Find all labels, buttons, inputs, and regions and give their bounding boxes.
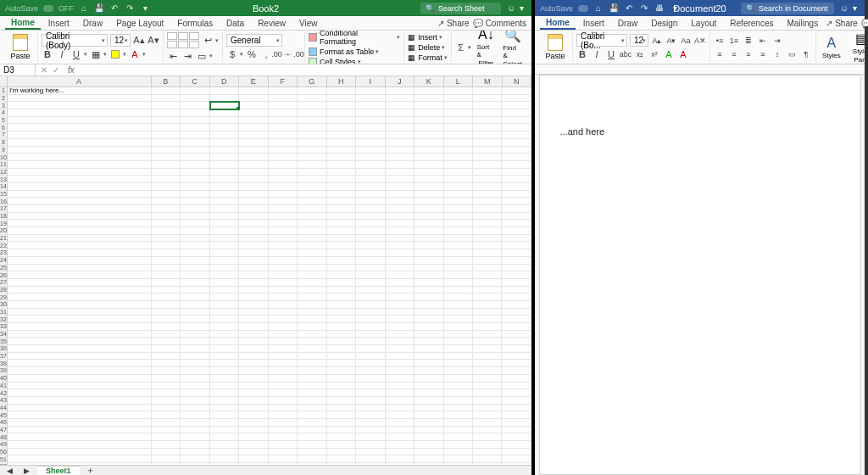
cell-M16[interactable] (473, 198, 502, 205)
tab-draw[interactable]: Draw (77, 17, 108, 29)
cell-E5[interactable] (239, 117, 268, 125)
cell-I38[interactable] (356, 360, 385, 367)
cell-L28[interactable] (444, 287, 473, 294)
cell-N39[interactable] (502, 367, 531, 375)
cell-G12[interactable] (298, 169, 326, 176)
cell-B48[interactable] (152, 433, 181, 441)
cell-L40[interactable] (444, 375, 473, 383)
cell-M8[interactable] (473, 139, 502, 147)
cell-A39[interactable] (8, 367, 152, 375)
cell-N5[interactable] (502, 117, 531, 125)
cell-G46[interactable] (298, 419, 326, 427)
cell-C25[interactable] (181, 265, 209, 272)
cell-E48[interactable] (239, 433, 268, 441)
cell-D17[interactable] (210, 205, 239, 213)
cell-D34[interactable] (210, 331, 239, 338)
cell-I24[interactable] (356, 257, 385, 265)
cell-E51[interactable] (239, 455, 268, 463)
ruler[interactable] (535, 64, 865, 75)
cell-A23[interactable] (8, 249, 152, 257)
cell-H23[interactable] (327, 249, 356, 257)
cell-D35[interactable] (210, 338, 239, 345)
cell-D50[interactable] (210, 449, 239, 456)
cell-N33[interactable] (502, 323, 531, 331)
cell-H47[interactable] (327, 427, 356, 434)
cell-I35[interactable] (356, 338, 385, 345)
cell-G1[interactable] (298, 87, 326, 95)
row-header[interactable]: 7 (0, 131, 8, 139)
cell-B21[interactable] (152, 235, 181, 243)
cell-L31[interactable] (444, 309, 473, 316)
cell-A41[interactable] (8, 383, 152, 390)
cell-L34[interactable] (444, 331, 473, 338)
cell-N14[interactable] (502, 183, 531, 191)
row-header[interactable]: 2 (0, 95, 8, 103)
cell-L45[interactable] (444, 411, 473, 419)
cell-L9[interactable] (444, 147, 473, 154)
col-header-K[interactable]: K (415, 76, 444, 87)
cell-K7[interactable] (415, 131, 443, 139)
cell-E34[interactable] (239, 331, 268, 338)
cell-A21[interactable] (8, 235, 152, 243)
cell-D44[interactable] (210, 405, 239, 412)
cell-F32[interactable] (269, 316, 298, 323)
cell-L36[interactable] (444, 345, 473, 353)
cell-J22[interactable] (386, 242, 415, 249)
cell-A27[interactable] (8, 279, 152, 287)
cell-E6[interactable] (239, 124, 268, 131)
cell-E46[interactable] (239, 419, 268, 427)
add-sheet-button[interactable]: ＋ (85, 465, 97, 476)
cell-D36[interactable] (210, 345, 239, 353)
cell-J47[interactable] (386, 427, 415, 434)
tab-mailings[interactable]: Mailings (781, 17, 824, 29)
cell-C50[interactable] (181, 449, 209, 456)
cell-E37[interactable] (239, 353, 268, 360)
cell-M50[interactable] (473, 449, 502, 456)
cell-B40[interactable] (152, 375, 181, 383)
fx-icon[interactable]: fx (64, 65, 78, 75)
cell-D30[interactable] (210, 301, 239, 309)
row-header[interactable]: 48 (0, 433, 8, 441)
cell-N32[interactable] (502, 316, 531, 323)
cell-L30[interactable] (444, 301, 473, 309)
strikethrough-button[interactable]: abc (620, 48, 632, 60)
italic-button[interactable]: I (591, 48, 603, 60)
cell-F39[interactable] (269, 367, 298, 375)
cell-B2[interactable] (152, 95, 181, 103)
cell-D46[interactable] (210, 419, 239, 427)
cell-H21[interactable] (327, 235, 356, 243)
cell-I8[interactable] (356, 139, 385, 147)
cell-F46[interactable] (269, 419, 298, 427)
chevron-down-icon[interactable]: ▾ (849, 3, 860, 14)
cell-J8[interactable] (386, 139, 415, 147)
cell-F4[interactable] (269, 109, 298, 117)
cell-H26[interactable] (327, 271, 356, 279)
cell-K3[interactable] (415, 102, 443, 109)
cell-I46[interactable] (356, 419, 385, 427)
cell-A50[interactable] (8, 449, 152, 456)
cell-C24[interactable] (181, 257, 209, 265)
cell-C45[interactable] (181, 411, 209, 419)
cell-A11[interactable] (8, 161, 152, 169)
font-color-button[interactable]: A (129, 48, 141, 60)
cell-A15[interactable] (8, 191, 152, 198)
cell-J16[interactable] (386, 198, 415, 205)
font-size-select[interactable]: 12 (110, 34, 131, 47)
comments-button[interactable]: 💬 Comments (861, 19, 868, 28)
cell-B13[interactable] (152, 176, 181, 183)
cell-B47[interactable] (152, 427, 181, 434)
cell-G38[interactable] (298, 360, 326, 367)
row-header[interactable]: 26 (0, 271, 8, 279)
subscript-button[interactable]: x₂ (634, 48, 646, 60)
row-header[interactable]: 12 (0, 169, 8, 176)
cell-I39[interactable] (356, 367, 385, 375)
cell-G16[interactable] (298, 198, 326, 205)
cell-L47[interactable] (444, 427, 473, 434)
col-header-N[interactable]: N (503, 76, 532, 87)
cell-N41[interactable] (502, 383, 531, 390)
cell-A20[interactable] (8, 227, 152, 235)
cell-I13[interactable] (356, 176, 385, 183)
row-header[interactable]: 41 (0, 383, 8, 390)
cell-I19[interactable] (356, 220, 385, 227)
indent-button[interactable]: ⇥ (771, 35, 783, 47)
